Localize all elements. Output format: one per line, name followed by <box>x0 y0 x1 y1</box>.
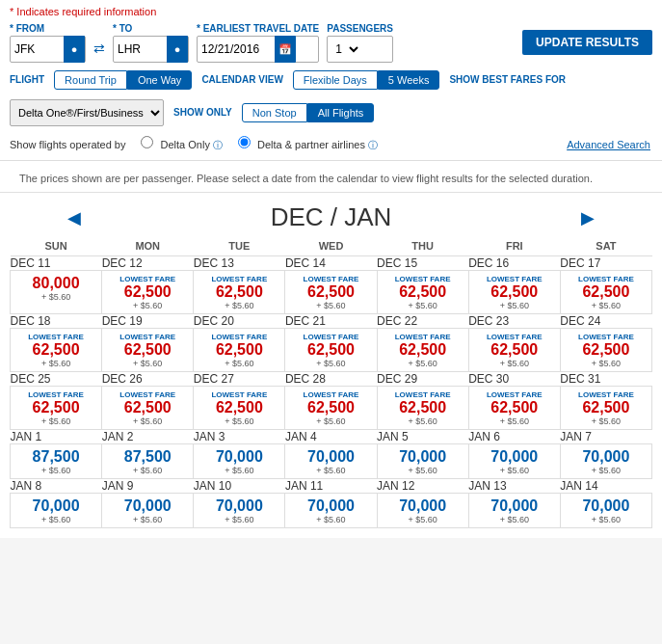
fare-cell[interactable]: 70,000+ $5.60 <box>285 494 377 528</box>
passengers-select[interactable]: 1234 <box>328 41 361 57</box>
swap-button[interactable]: ⇄ <box>93 40 105 56</box>
fare-miles: 62,500 <box>104 341 191 359</box>
fare-miles: 62,500 <box>13 399 99 416</box>
fare-cell[interactable]: LOWEST FARE62,500+ $5.60 <box>377 329 468 372</box>
calendar-grid: SUNMONTUEWEDTHUFRISAT DEC 11DEC 12DEC 13… <box>10 236 652 528</box>
calendar-prev-button[interactable]: ◀ <box>67 207 81 228</box>
fare-tax: + $5.60 <box>563 416 649 426</box>
fare-tax: + $5.60 <box>196 359 282 368</box>
required-note: * Indicates required information <box>10 6 652 17</box>
passengers-label: PASSENGERS <box>327 23 393 34</box>
notice: The prices shown are per passenger. Plea… <box>0 161 662 193</box>
fare-tax: + $5.60 <box>563 359 649 368</box>
fare-cell[interactable]: LOWEST FARE62,500+ $5.60 <box>102 387 194 430</box>
fare-tax: + $5.60 <box>287 301 374 310</box>
delta-partner-info-icon[interactable]: ⓘ <box>368 140 378 150</box>
fare-cell[interactable]: LOWEST FARE62,500+ $5.60 <box>11 387 102 430</box>
fare-cell[interactable]: LOWEST FARE62,500+ $5.60 <box>468 271 560 314</box>
fare-cell[interactable]: LOWEST FARE62,500+ $5.60 <box>194 271 285 314</box>
fare-label-text: LOWEST FARE <box>380 275 466 283</box>
fare-cell[interactable]: 70,000+ $5.60 <box>377 444 468 479</box>
fare-cell[interactable]: LOWEST FARE62,500+ $5.60 <box>560 329 651 372</box>
fare-cell[interactable]: 70,000+ $5.60 <box>285 444 377 479</box>
delta-only-radio-label[interactable]: Delta Only ⓘ <box>141 136 222 152</box>
date-label: DEC 16 <box>468 256 560 271</box>
from-label: * FROM <box>10 23 86 34</box>
fare-miles: 62,500 <box>287 283 374 301</box>
fare-cell[interactable]: LOWEST FARE62,500+ $5.60 <box>194 387 285 430</box>
fare-cell[interactable]: LOWEST FARE62,500+ $5.60 <box>468 387 560 430</box>
calendar-next-button[interactable]: ▶ <box>581 207 595 228</box>
from-location-icon[interactable]: ● <box>64 36 85 63</box>
advanced-search-link[interactable]: Advanced Search <box>567 139 652 150</box>
fare-label-text: LOWEST FARE <box>196 333 282 341</box>
to-input[interactable] <box>114 42 167 56</box>
fare-cell[interactable]: 70,000+ $5.60 <box>194 494 285 528</box>
to-label: * TO <box>113 23 189 34</box>
show-flights-label: Show flights operated by <box>10 139 125 150</box>
fare-cell[interactable]: 70,000+ $5.60 <box>468 494 560 528</box>
fare-label-text: LOWEST FARE <box>563 275 649 283</box>
5-weeks-button[interactable]: 5 Weeks <box>378 70 440 90</box>
fare-miles: 62,500 <box>563 399 649 416</box>
fare-cell[interactable]: LOWEST FARE62,500+ $5.60 <box>468 329 560 372</box>
fare-label-text: LOWEST FARE <box>196 275 282 283</box>
delta-partner-radio[interactable] <box>238 136 251 148</box>
date-input[interactable] <box>198 42 275 56</box>
flexible-days-button[interactable]: Flexible Days <box>293 70 378 90</box>
delta-partner-radio-label[interactable]: Delta & partner airlines ⓘ <box>238 136 378 152</box>
fare-cell[interactable]: 70,000+ $5.60 <box>560 494 651 528</box>
fare-cell[interactable]: 70,000+ $5.60 <box>560 444 651 479</box>
fare-miles: 62,500 <box>471 399 558 416</box>
fare-cell[interactable]: 70,000+ $5.60 <box>102 494 194 528</box>
fare-label-text: LOWEST FARE <box>563 390 649 399</box>
fare-cell[interactable]: LOWEST FARE62,500+ $5.60 <box>285 271 377 314</box>
fare-cell[interactable]: 70,000+ $5.60 <box>11 494 102 528</box>
fare-cell[interactable]: LOWEST FARE62,500+ $5.60 <box>560 271 651 314</box>
fare-cell[interactable]: LOWEST FARE62,500+ $5.60 <box>285 329 377 372</box>
fare-cell[interactable]: 80,000+ $5.60 <box>11 271 102 314</box>
calendar-icon[interactable]: 📅 <box>275 36 296 63</box>
fare-cell[interactable]: 87,500+ $5.60 <box>11 444 102 479</box>
fare-cell[interactable]: LOWEST FARE62,500+ $5.60 <box>560 387 651 430</box>
fare-cell[interactable]: LOWEST FARE62,500+ $5.60 <box>11 329 102 372</box>
fare-cell[interactable]: LOWEST FARE62,500+ $5.60 <box>285 387 377 430</box>
fare-miles: 62,500 <box>287 341 374 359</box>
non-stop-button[interactable]: Non Stop <box>242 103 307 122</box>
fare-cell[interactable]: LOWEST FARE62,500+ $5.60 <box>194 329 285 372</box>
date-label: JAN 8 <box>11 479 102 494</box>
update-results-button[interactable]: UPDATE RESULTS <box>522 30 652 55</box>
fares-select[interactable]: Delta One®/First/Business <box>10 99 164 126</box>
date-label: DEC 23 <box>468 314 560 329</box>
fare-cell[interactable]: 70,000+ $5.60 <box>194 444 285 479</box>
date-label: JAN 2 <box>102 430 194 444</box>
fare-miles: 70,000 <box>471 497 558 515</box>
fare-miles: 70,000 <box>563 497 649 515</box>
fare-cell[interactable]: LOWEST FARE62,500+ $5.60 <box>377 271 468 314</box>
all-flights-button[interactable]: All Flights <box>307 103 375 122</box>
fare-cell[interactable]: 70,000+ $5.60 <box>468 444 560 479</box>
delta-only-radio[interactable] <box>141 136 153 148</box>
fare-label-text: LOWEST FARE <box>471 275 558 283</box>
fare-cell[interactable]: LOWEST FARE62,500+ $5.60 <box>377 387 468 430</box>
date-label: JAN 14 <box>560 479 651 494</box>
fare-cell[interactable]: 70,000+ $5.60 <box>377 494 468 528</box>
fare-cell[interactable]: 87,500+ $5.60 <box>102 444 194 479</box>
date-label: DEC 12 <box>102 256 194 271</box>
fare-cell[interactable]: LOWEST FARE62,500+ $5.60 <box>102 271 194 314</box>
fare-miles: 87,500 <box>13 448 99 466</box>
fare-miles: 62,500 <box>380 341 466 359</box>
fare-tax: + $5.60 <box>287 515 374 524</box>
fare-miles: 70,000 <box>563 448 649 466</box>
round-trip-button[interactable]: Round Trip <box>54 70 127 90</box>
one-way-button[interactable]: One Way <box>127 70 192 90</box>
from-input[interactable] <box>11 42 64 56</box>
to-location-icon[interactable]: ● <box>167 36 188 63</box>
fare-tax: + $5.60 <box>196 515 282 524</box>
delta-only-info-icon[interactable]: ⓘ <box>213 140 223 150</box>
fare-cell[interactable]: LOWEST FARE62,500+ $5.60 <box>102 329 194 372</box>
date-label: JAN 9 <box>102 479 194 494</box>
fare-label-text: LOWEST FARE <box>104 390 191 399</box>
fare-miles: 70,000 <box>287 497 374 515</box>
fare-label-text: LOWEST FARE <box>104 275 191 283</box>
